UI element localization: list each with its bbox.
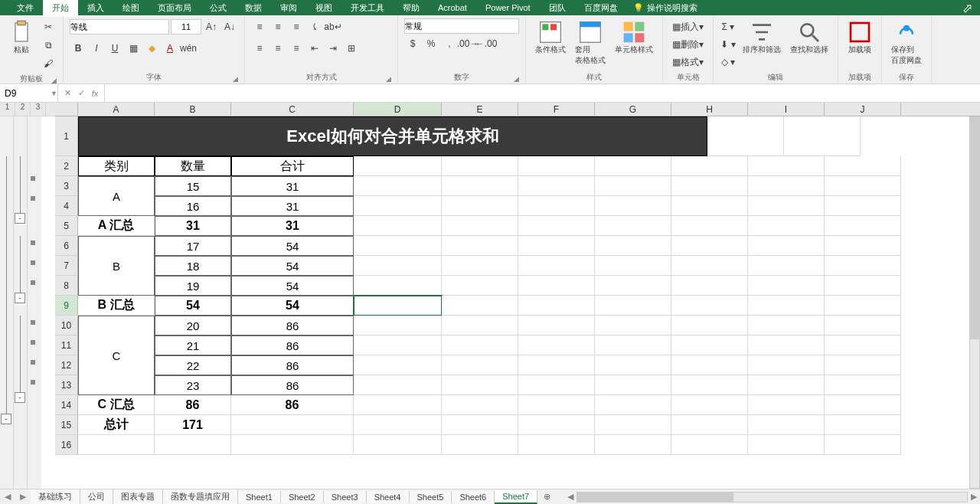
cell[interactable]: 54 [231,236,354,256]
cell[interactable]: 31 [155,216,231,236]
col-header-J[interactable]: J [825,103,901,116]
cell[interactable]: 171 [155,415,231,435]
cancel-icon[interactable]: ✕ [61,88,74,98]
cell[interactable] [825,316,901,335]
cell[interactable] [595,435,671,455]
cell[interactable] [825,236,901,256]
cell[interactable] [671,296,748,316]
dialog-launcher-icon[interactable]: ◢ [51,77,57,84]
dialog-launcher-icon[interactable]: ◢ [233,75,238,83]
cell[interactable] [231,415,354,435]
copy-button[interactable]: ⧉ [40,37,57,54]
ribbon-tab[interactable]: 团队 [540,0,575,17]
cell[interactable] [354,335,442,355]
fill-color-button[interactable]: ◆ [143,40,160,57]
insert-cells-button[interactable]: ▦ 插入 ▾ [669,18,707,35]
ribbon-tab[interactable]: 开发工具 [341,0,394,17]
sheet-tab[interactable]: 图表专题 [113,489,163,504]
cell[interactable] [518,236,595,256]
align-middle-button[interactable]: ≡ [270,18,286,35]
row-header[interactable]: 6 [55,236,78,256]
cell[interactable] [671,435,748,455]
cell[interactable] [442,156,518,176]
cell[interactable] [78,435,155,455]
cell[interactable] [671,395,748,415]
paste-button[interactable]: 粘贴 [6,18,37,57]
sheet-tab[interactable]: Sheet4 [367,491,410,503]
outline-level-2[interactable]: 2 [15,103,31,116]
cell[interactable] [354,296,442,316]
ribbon-tab[interactable]: 页面布局 [149,0,201,17]
row-header[interactable]: 5 [55,216,78,236]
align-left-button[interactable]: ≡ [251,40,268,57]
sheet-nav-prev-icon[interactable]: ◀ [0,492,15,502]
cell[interactable] [595,355,671,375]
addins-button[interactable]: 加载项 [844,18,875,57]
row-header[interactable]: 2 [55,156,78,176]
cell[interactable] [595,296,671,316]
cell[interactable] [748,355,825,375]
cell[interactable]: 数量 [155,156,231,176]
cell[interactable] [518,276,595,296]
format-painter-button[interactable]: 🖌 [40,55,57,72]
cell[interactable] [595,335,671,355]
cell[interactable] [748,176,825,196]
cell[interactable] [825,296,901,316]
row-header[interactable]: 4 [55,196,78,216]
cell[interactable] [354,415,442,435]
italic-button[interactable]: I [88,40,105,57]
cell[interactable] [354,256,442,276]
outline-collapse-button[interactable]: - [1,414,11,424]
cell[interactable] [354,196,442,216]
col-header-G[interactable]: G [595,103,671,116]
underline-button[interactable]: U [106,40,123,57]
ribbon-tab[interactable]: 百度网盘 [575,0,627,17]
cell[interactable] [518,355,595,375]
align-top-button[interactable]: ≡ [251,18,268,35]
cell[interactable] [748,316,825,335]
row-header[interactable]: 1 [55,116,78,156]
cell[interactable]: 86 [231,355,354,375]
cell[interactable] [518,216,595,236]
cell[interactable] [442,276,518,296]
cell[interactable] [595,395,671,415]
cell[interactable] [825,176,901,196]
cell[interactable]: 31 [231,216,354,236]
find-select-button[interactable]: 查找和选择 [787,18,831,57]
cell[interactable]: 22 [155,355,231,375]
cell[interactable] [825,335,901,355]
cell[interactable]: B 汇总 [78,296,155,316]
cell[interactable]: B [78,236,155,296]
col-header-D[interactable]: D [354,103,442,116]
cell[interactable] [518,375,595,395]
ribbon-tab[interactable]: 绘图 [113,0,149,17]
cell[interactable] [518,296,595,316]
percent-button[interactable]: % [423,35,439,52]
ribbon-tab[interactable]: 开始 [43,0,78,17]
number-format-select[interactable] [404,18,519,34]
outline-collapse-button[interactable]: - [15,213,25,224]
grid[interactable]: A B C D E F G H I J 1Excel如何对合并单元格求和2类别数… [55,103,980,489]
ribbon-tab[interactable]: 公式 [201,0,236,17]
cell[interactable] [671,415,748,435]
row-header[interactable]: 15 [55,415,78,435]
col-header-B[interactable]: B [155,103,231,116]
autosum-button[interactable]: Σ ▾ [720,18,737,35]
cell[interactable] [354,216,442,236]
ribbon-tab[interactable]: 视图 [306,0,341,17]
formula-input[interactable] [105,85,980,102]
sheet-tab[interactable]: 公司 [80,489,113,504]
cell[interactable]: 总计 [78,415,155,435]
ribbon-tab[interactable]: 帮助 [394,0,429,17]
ribbon-tab[interactable]: 审阅 [271,0,306,17]
cell[interactable] [825,156,901,176]
cell[interactable]: 16 [155,196,231,216]
cell[interactable]: 54 [231,276,354,296]
align-bottom-button[interactable]: ≡ [288,18,305,35]
outline-level-3[interactable]: 3 [31,103,46,116]
cell[interactable] [825,276,901,296]
cell[interactable]: A [78,176,155,216]
cell[interactable]: 54 [155,296,231,316]
add-sheet-button[interactable]: ⊕ [537,490,557,503]
sheet-tab[interactable]: 基础练习 [31,489,80,504]
